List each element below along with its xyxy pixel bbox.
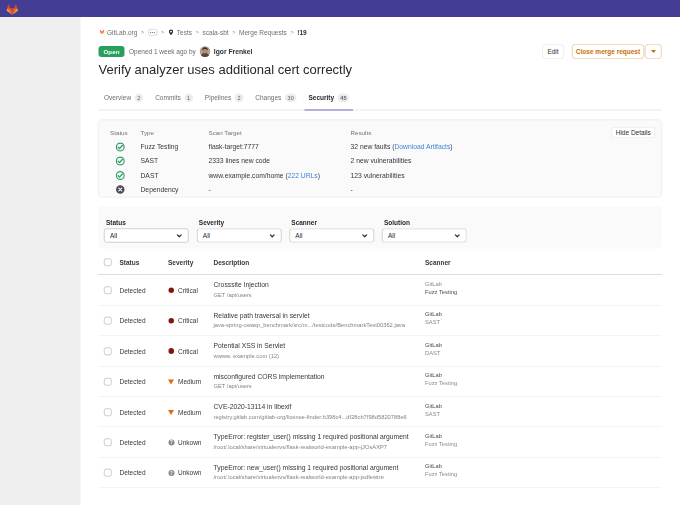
breadcrumb-collapsed-button[interactable]: ··· — [148, 29, 158, 36]
vulnerability-severity: Medium — [168, 378, 201, 386]
row-checkbox[interactable] — [104, 439, 112, 447]
download-artifacts-link[interactable]: Download Artifacts — [394, 143, 450, 151]
close-dropdown-button[interactable] — [645, 44, 662, 59]
scan-target: flask-target:7777 — [209, 143, 259, 151]
severity-medium-icon — [168, 378, 175, 385]
urls-link[interactable]: 222 URLs — [288, 172, 318, 180]
breadcrumb-subgroup[interactable]: Tests — [177, 28, 192, 36]
select-all-checkbox[interactable] — [104, 259, 112, 267]
solution-filter-dropdown[interactable]: All — [382, 229, 467, 243]
vulnerability-severity: Critical — [168, 347, 198, 355]
summary-header-scan-target: Scan Target — [209, 129, 242, 136]
severity-label: Unkown — [178, 469, 201, 477]
status-filter-dropdown[interactable]: All — [104, 229, 189, 243]
vulnerability-title[interactable]: Potential XSS in Servlet — [214, 342, 286, 350]
vulnerability-status: Detected — [120, 439, 146, 447]
row-checkbox[interactable] — [104, 469, 112, 477]
scan-results: - — [351, 186, 353, 194]
vulnerability-title[interactable]: misconfigured CORS implementation — [214, 372, 325, 380]
vulnerability-row[interactable]: Detected Critical Crosssite Injection GE… — [98, 275, 662, 305]
vulnerability-description: misconfigured CORS implementation GET /a… — [214, 372, 325, 389]
column-header-description: Description — [214, 259, 250, 267]
gitlab-group-icon — [100, 30, 105, 35]
vulnerability-row[interactable]: Detected Unkown TypeError: register_user… — [98, 427, 662, 457]
breadcrumb-project[interactable]: scala-sbt — [203, 28, 229, 36]
row-checkbox[interactable] — [104, 347, 112, 355]
summary-header-row: Status Type Scan Target Results — [99, 127, 662, 137]
vulnerability-location: GET /api/users — [214, 383, 325, 389]
close-merge-request-button[interactable]: Close merge request — [572, 44, 644, 59]
vulnerability-row[interactable]: Detected Medium CVE-2020-13114 in libexi… — [98, 397, 662, 427]
vulnerability-severity: Critical — [168, 317, 198, 325]
summary-row: DAST www.example.com/home (222 URLs) 123… — [99, 170, 662, 180]
summary-row: Fuzz Testing flask-target:7777 32 new fa… — [99, 142, 662, 152]
row-checkbox[interactable] — [104, 378, 112, 386]
vulnerability-status: Detected — [120, 317, 146, 325]
severity-critical-icon — [168, 318, 175, 325]
scanner-vendor: GitLab — [425, 372, 457, 378]
tab-commits[interactable]: Commits1 — [151, 88, 197, 110]
avatar[interactable] — [199, 46, 210, 57]
left-sidebar — [0, 17, 81, 505]
vulnerability-status: Detected — [120, 469, 146, 477]
tab-changes[interactable]: Changes30 — [251, 88, 300, 110]
tab-label: Pipelines — [205, 94, 231, 102]
filter-value: All — [203, 232, 210, 240]
vulnerability-scanner: GitLab Fuzz Testing — [425, 281, 457, 295]
vulnerability-row[interactable]: Detected Unkown TypeError: new_user() mi… — [98, 458, 662, 488]
scanner-filter-dropdown[interactable]: All — [289, 229, 374, 243]
vulnerability-title[interactable]: TypeError: register_user() missing 1 req… — [214, 433, 409, 441]
status-success-icon — [116, 171, 126, 181]
vulnerability-title[interactable]: Relative path traversal in servlet — [214, 312, 405, 320]
vulnerability-table-body: Detected Critical Crosssite Injection GE… — [98, 275, 662, 488]
breadcrumb: GitLab.org > ··· > Tests > scala-sbt > M… — [100, 28, 307, 37]
tab-label: Overview — [104, 94, 131, 102]
vulnerability-row[interactable]: Detected Critical Relative path traversa… — [98, 306, 662, 336]
vulnerability-scanner: GitLab Fuzz Testing — [425, 433, 457, 447]
vulnerability-title[interactable]: Crosssite Injection — [214, 281, 269, 289]
breadcrumb-separator: > — [290, 28, 294, 35]
vulnerability-severity: Medium — [168, 408, 201, 416]
vulnerability-description: Relative path traversal in servlet java-… — [214, 312, 405, 329]
breadcrumb-separator: > — [196, 28, 200, 35]
vulnerability-row[interactable]: Detected Medium misconfigured CORS imple… — [98, 366, 662, 396]
tab-overview[interactable]: Overview2 — [100, 88, 147, 110]
hide-details-button[interactable]: Hide Details — [612, 127, 656, 138]
chevron-down-icon — [454, 232, 461, 239]
tab-pipelines[interactable]: Pipelines2 — [201, 88, 247, 110]
ellipsis-icon: ··· — [150, 29, 156, 36]
tab-count-badge: 2 — [135, 93, 144, 102]
scanner-vendor: GitLab — [425, 402, 442, 408]
row-checkbox[interactable] — [104, 408, 112, 416]
close-split-button: Close merge request — [572, 44, 662, 59]
severity-filter-dropdown[interactable]: All — [197, 229, 282, 243]
summary-header-status: Status — [110, 129, 128, 136]
scanner-vendor: GitLab — [425, 281, 457, 287]
row-checkbox[interactable] — [104, 317, 112, 325]
vulnerability-description: Potential XSS in Servlet wwww. example.c… — [214, 342, 286, 359]
gitlab-logo-icon[interactable] — [7, 4, 19, 15]
tab-count-badge: 2 — [235, 93, 244, 102]
row-checkbox[interactable] — [104, 287, 112, 295]
vulnerability-title[interactable]: TypeError: new_user() missing 1 required… — [214, 464, 399, 472]
scan-type: SAST — [141, 157, 159, 165]
breadcrumb-separator: > — [232, 28, 236, 35]
tab-count-badge: 45 — [338, 93, 350, 102]
edit-button[interactable]: Edit — [542, 44, 564, 59]
scan-type: DAST — [141, 172, 159, 180]
security-scan-summary: Status Type Scan Target Results Fuzz Tes… — [98, 120, 662, 198]
severity-critical-icon — [168, 348, 175, 355]
breadcrumb-current-item: !19 — [297, 28, 306, 36]
filter-label: Status — [106, 219, 126, 227]
tab-security[interactable]: Security45 — [304, 88, 353, 110]
severity-label: Critical — [178, 317, 198, 325]
breadcrumb-group[interactable]: GitLab.org — [107, 28, 137, 36]
summary-row: SAST 2333 lines new code 2 new vulnerabi… — [99, 156, 662, 166]
vulnerability-title[interactable]: CVE-2020-13114 in libexif — [214, 403, 407, 411]
status-success-icon — [116, 142, 126, 152]
vulnerability-row[interactable]: Detected Critical Potential XSS in Servl… — [98, 336, 662, 366]
author-name[interactable]: Igor Frenkel — [214, 48, 253, 56]
breadcrumb-section[interactable]: Merge Requests — [239, 28, 287, 36]
scanner-engine: Fuzz Testing — [425, 289, 457, 295]
vulnerability-status: Detected — [120, 347, 146, 355]
